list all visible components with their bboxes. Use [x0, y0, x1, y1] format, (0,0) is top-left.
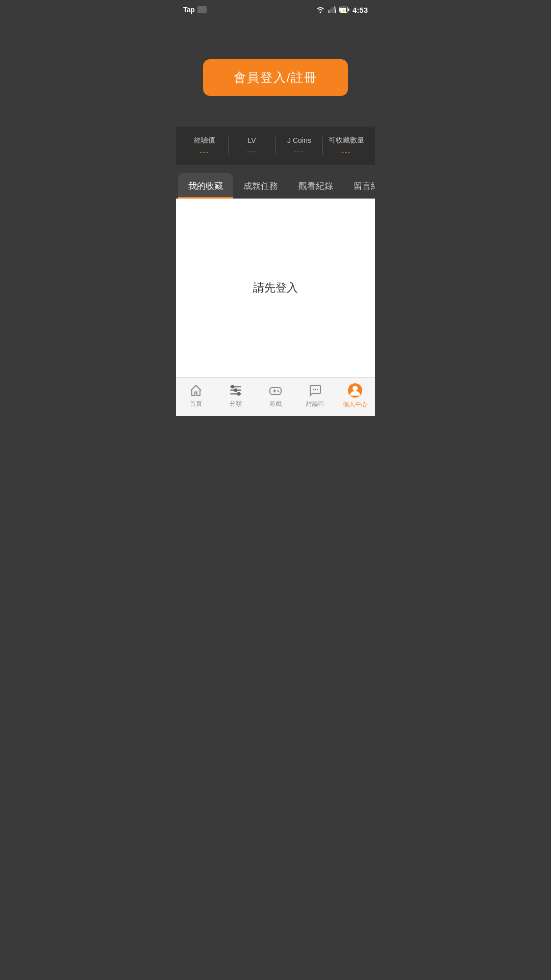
profile-icon: [347, 383, 363, 398]
svg-text:⚡: ⚡: [341, 8, 346, 13]
app-logo: Tap: [183, 6, 194, 14]
signal-icon: [328, 6, 336, 13]
upper-section: 會員登入/註冊: [176, 18, 375, 127]
stat-item-collectible: 可收藏數量 ---: [323, 136, 370, 156]
category-icon: [229, 383, 243, 398]
svg-point-18: [277, 390, 278, 391]
stat-label-coins: J Coins: [287, 136, 311, 144]
svg-point-20: [313, 389, 314, 390]
svg-rect-0: [328, 10, 330, 13]
stat-value-coins: ---: [294, 148, 304, 155]
svg-rect-1: [330, 9, 332, 13]
login-button[interactable]: 會員登入/註冊: [203, 59, 348, 96]
svg-point-21: [315, 389, 316, 390]
svg-rect-2: [332, 7, 334, 13]
stat-value-exp: ---: [199, 148, 209, 156]
nav-category[interactable]: 分類: [216, 383, 256, 408]
chat-icon: [308, 383, 322, 398]
svg-point-13: [234, 388, 238, 392]
tabs-section: 我的收藏 成就任務 觀看紀錄 留言紀錄: [176, 173, 375, 199]
stat-value-collectible: ---: [342, 148, 352, 156]
nav-profile[interactable]: 個人中心: [335, 383, 375, 409]
nav-home-label: 首頁: [190, 400, 202, 408]
svg-rect-7: [348, 9, 349, 11]
svg-point-12: [231, 385, 235, 388]
bottom-nav: 首頁 分類 遊戲 討論區: [176, 377, 375, 416]
stat-label-exp: 經驗值: [194, 136, 215, 145]
svg-point-19: [278, 391, 279, 392]
status-bar: Tap ⚡ 4:53: [176, 0, 375, 18]
nav-discussion-label: 討論區: [306, 400, 324, 408]
login-hint-text: 請先登入: [253, 280, 298, 296]
nav-category-label: 分類: [230, 400, 242, 408]
stats-bar: 經驗值 --- LV --- J Coins --- 可收藏數量 ---: [176, 127, 375, 165]
nav-game-label: 遊戲: [269, 400, 282, 408]
tab-my-collection[interactable]: 我的收藏: [178, 173, 233, 199]
tab-achievements[interactable]: 成就任務: [233, 173, 288, 199]
tab-watch-history[interactable]: 觀看紀錄: [288, 173, 343, 199]
main-content: 請先登入: [176, 199, 375, 377]
status-time: 4:53: [353, 6, 368, 14]
svg-point-24: [353, 386, 358, 391]
svg-point-14: [237, 392, 241, 396]
game-icon: [268, 383, 283, 398]
stat-label-collectible: 可收藏數量: [329, 136, 364, 145]
stat-label-lv: LV: [248, 136, 256, 144]
stat-item-coins: J Coins ---: [276, 136, 323, 155]
nav-game[interactable]: 遊戲: [256, 383, 295, 408]
stat-item-exp: 經驗值 ---: [181, 136, 228, 156]
nav-discussion[interactable]: 討論區: [295, 383, 335, 408]
home-icon: [189, 383, 203, 398]
photo-icon: [197, 6, 207, 13]
nav-home[interactable]: 首頁: [176, 383, 216, 408]
stat-value-lv: ---: [247, 148, 257, 155]
svg-point-22: [317, 389, 318, 390]
stat-item-lv: LV ---: [229, 136, 276, 155]
tab-comment-history[interactable]: 留言紀錄: [343, 173, 375, 199]
wifi-icon: [316, 6, 325, 13]
battery-icon: ⚡: [339, 7, 349, 13]
nav-profile-label: 個人中心: [343, 400, 367, 409]
